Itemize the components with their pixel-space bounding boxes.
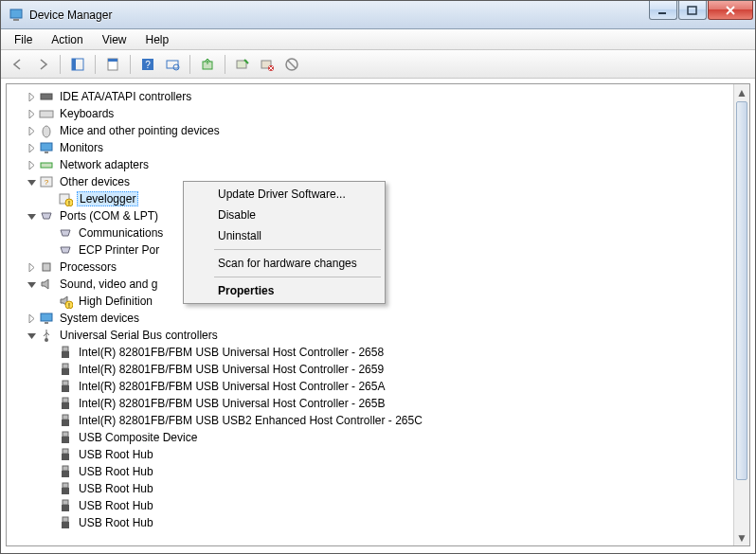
scan-hardware-button[interactable]: [161, 53, 184, 76]
tree-node-usb-child[interactable]: Intel(R) 82801FB/FBM USB Universal Host …: [7, 378, 732, 395]
context-scan[interactable]: Scan for hardware changes: [186, 253, 383, 274]
tree-label: Ports (COM & LPT): [58, 209, 160, 223]
tree-label: Intel(R) 82801FB/FBM USB Universal Host …: [77, 380, 387, 393]
tree-node-usb-child[interactable]: USB Root Hub: [7, 463, 732, 480]
minimize-button[interactable]: [649, 1, 677, 20]
tree-node-ide[interactable]: IDE ATA/ATAPI controllers: [7, 88, 732, 105]
tree-node-usb-child[interactable]: Intel(R) 82801FB/FBM USB USB2 Enhanced H…: [7, 412, 732, 429]
tree-label: System devices: [58, 312, 141, 325]
help-button[interactable]: ?: [136, 53, 159, 76]
tree-node-usb-child[interactable]: USB Root Hub: [7, 497, 732, 514]
menu-file[interactable]: File: [5, 31, 42, 48]
tree-node-system[interactable]: System devices: [7, 310, 732, 327]
context-uninstall[interactable]: Uninstall: [186, 225, 383, 246]
tree-label: USB Root Hub: [77, 482, 155, 495]
tree-node-usb-child[interactable]: USB Root Hub: [7, 480, 732, 497]
tree-node-mice[interactable]: Mice and other pointing devices: [7, 122, 732, 139]
expander-expanded-icon[interactable]: [26, 176, 37, 188]
expander-icon[interactable]: [26, 91, 37, 102]
usb-device-icon: [58, 379, 73, 394]
tree-node-usb-child[interactable]: Intel(R) 82801FB/FBM USB Universal Host …: [7, 395, 732, 412]
close-button[interactable]: [708, 1, 753, 20]
svg-text:?: ?: [45, 178, 49, 187]
network-icon: [39, 157, 54, 172]
tree-node-usb-child[interactable]: Intel(R) 82801FB/FBM USB Universal Host …: [7, 344, 732, 361]
svg-rect-5: [72, 59, 76, 70]
expander-icon[interactable]: [26, 313, 37, 324]
usb-device-icon: [58, 481, 73, 496]
forward-button[interactable]: [31, 53, 54, 76]
tree-node-keyboards[interactable]: Keyboards: [7, 105, 732, 122]
svg-text:!: !: [68, 302, 70, 309]
expander-icon[interactable]: [26, 142, 37, 153]
expander-expanded-icon[interactable]: [26, 210, 37, 222]
svg-point-19: [43, 126, 50, 137]
disable-button[interactable]: [280, 53, 303, 76]
tree-label: Processors: [58, 260, 118, 274]
svg-rect-40: [63, 398, 68, 402]
expander-icon[interactable]: [26, 125, 37, 136]
scroll-down-arrow[interactable]: ▼: [734, 529, 749, 545]
scroll-thumb[interactable]: [736, 101, 747, 480]
tree-label: USB Composite Device: [77, 431, 199, 444]
tree-label: Intel(R) 82801FB/FBM USB Universal Host …: [77, 363, 386, 376]
usb-device-icon: [58, 515, 73, 530]
svg-rect-13: [237, 61, 246, 68]
back-button[interactable]: [7, 53, 29, 76]
window-controls: [648, 1, 755, 22]
svg-text:!: !: [68, 200, 70, 206]
context-separator: [214, 249, 381, 250]
usb-device-icon: [58, 413, 73, 428]
tree-label: USB Root Hub: [77, 516, 155, 529]
scroll-up-arrow[interactable]: ▲: [734, 84, 749, 100]
expander-icon[interactable]: [26, 159, 37, 170]
vertical-scrollbar[interactable]: ▲ ▼: [733, 84, 749, 545]
content-frame: IDE ATA/ATAPI controllers Keyboards Mice…: [6, 83, 750, 546]
tree-node-network[interactable]: Network adapters: [7, 156, 732, 173]
app-icon: [9, 8, 24, 23]
tree-node-usb[interactable]: Universal Serial Bus controllers: [7, 327, 732, 344]
device-tree[interactable]: IDE ATA/ATAPI controllers Keyboards Mice…: [7, 84, 732, 545]
context-properties[interactable]: Properties: [186, 280, 383, 301]
tree-node-usb-child[interactable]: Intel(R) 82801FB/FBM USB Universal Host …: [7, 361, 732, 378]
uninstall-button[interactable]: [256, 53, 279, 76]
svg-rect-45: [62, 437, 69, 443]
svg-rect-3: [688, 7, 696, 14]
context-update-driver[interactable]: Update Driver Software...: [186, 184, 383, 205]
menu-action[interactable]: Action: [42, 31, 92, 48]
svg-rect-53: [62, 505, 69, 511]
tree-label: Intel(R) 82801FB/FBM USB Universal Host …: [77, 397, 387, 410]
tree-label: IDE ATA/ATAPI controllers: [58, 90, 193, 103]
update-driver-button[interactable]: [196, 53, 219, 76]
sound-icon: [39, 277, 54, 292]
expander-expanded-icon[interactable]: [26, 330, 37, 341]
unknown-device-icon: !: [58, 191, 73, 206]
tree-node-usb-child[interactable]: USB Root Hub: [7, 514, 732, 531]
enable-button[interactable]: [231, 53, 254, 76]
tree-node-usb-child[interactable]: USB Root Hub: [7, 446, 732, 463]
system-devices-icon: [39, 311, 54, 326]
svg-rect-18: [40, 111, 53, 117]
context-disable[interactable]: Disable: [186, 205, 383, 225]
menu-help[interactable]: Help: [136, 31, 179, 48]
port-icon: [58, 225, 73, 241]
tree-node-usb-child[interactable]: USB Composite Device: [7, 429, 732, 446]
tree-label: USB Root Hub: [77, 465, 155, 478]
svg-rect-1: [13, 19, 19, 21]
expander-icon[interactable]: [26, 108, 37, 119]
svg-rect-20: [41, 143, 52, 151]
menu-view[interactable]: View: [93, 31, 136, 48]
expander-expanded-icon[interactable]: [26, 278, 37, 290]
show-hide-tree-button[interactable]: [66, 53, 89, 76]
usb-device-icon: [58, 464, 73, 479]
svg-rect-22: [41, 163, 52, 168]
properties-button[interactable]: [101, 53, 124, 76]
maximize-button[interactable]: [678, 1, 707, 20]
tree-node-monitors[interactable]: Monitors: [7, 139, 732, 156]
usb-device-icon: [58, 430, 73, 445]
svg-rect-50: [63, 483, 68, 488]
expander-icon[interactable]: [26, 261, 37, 273]
context-menu: Update Driver Software... Disable Uninst…: [183, 181, 386, 304]
svg-rect-36: [63, 364, 68, 368]
title-bar: Device Manager: [1, 1, 755, 29]
